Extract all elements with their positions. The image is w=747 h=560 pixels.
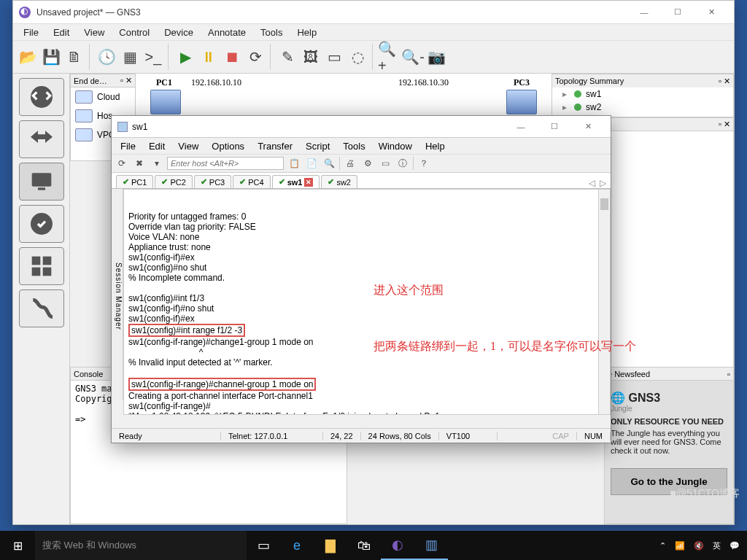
newsfeed-blurb: The Jungle has everything you will ever … <box>611 429 727 455</box>
zoom-in-button[interactable]: 🔍+ <box>378 44 401 69</box>
terminal-taskbar-icon[interactable]: ▥ <box>414 531 448 560</box>
tray-ime-icon[interactable]: 英 <box>713 540 721 551</box>
edge-icon[interactable]: e <box>280 531 314 560</box>
status-dot-icon <box>574 104 581 111</box>
tab-pc2[interactable]: ✔PC2 <box>155 175 192 188</box>
term-menu-window[interactable]: Window <box>373 139 418 153</box>
info-icon[interactable]: ⓘ <box>395 156 410 171</box>
pc3-node[interactable] <box>506 90 537 114</box>
tab-scroll-right[interactable]: ▷ <box>600 178 606 188</box>
pc1-node[interactable] <box>150 90 181 114</box>
topology-node-sw2[interactable]: sw2 <box>552 101 733 114</box>
taskbar-search[interactable]: 搜索 Web 和 Windows <box>35 531 247 560</box>
term-menu-help[interactable]: Help <box>419 139 451 153</box>
console-button[interactable]: >_ <box>142 44 165 69</box>
minimize-button[interactable]: — <box>627 1 661 24</box>
status-ready: Ready <box>112 432 221 440</box>
start-button[interactable]: ⊞ <box>0 531 35 560</box>
tab-close-icon[interactable]: ✕ <box>304 178 313 187</box>
term-menu-view[interactable]: View <box>172 139 204 153</box>
new-project-button[interactable]: 🗎 <box>63 44 86 69</box>
pause-button[interactable]: ⏸ <box>197 44 220 69</box>
tab-pc3[interactable]: ✔PC3 <box>194 175 231 188</box>
menu-device[interactable]: Device <box>158 26 199 39</box>
tab-sw1[interactable]: ✔sw1✕ <box>272 175 320 188</box>
menu-view[interactable]: View <box>78 26 110 39</box>
terminal-titlebar[interactable]: sw1 — ☐ ✕ <box>112 116 611 138</box>
help-icon[interactable]: ？ <box>417 156 431 171</box>
terminal-scrollbar[interactable] <box>598 190 610 414</box>
term-menu-options[interactable]: Options <box>206 139 250 153</box>
screenshot-button[interactable]: 📷 <box>425 44 448 69</box>
copy-icon[interactable]: 📋 <box>287 156 301 171</box>
system-tray[interactable]: ⌃ 📶 🔇 英 💬 <box>652 540 747 551</box>
menu-annotate[interactable]: Annotate <box>202 26 252 39</box>
dock-link[interactable] <box>19 289 64 327</box>
menu-tools[interactable]: Tools <box>255 26 288 39</box>
reload-button[interactable]: ⟳ <box>244 44 267 69</box>
dock-security[interactable] <box>19 205 64 243</box>
session-manager-tab[interactable]: Session Manager <box>112 189 123 400</box>
term-menu-file[interactable]: File <box>115 139 142 153</box>
disconnect-icon[interactable]: ✖ <box>132 156 147 171</box>
dock-switches[interactable] <box>19 120 64 158</box>
store-icon[interactable]: 🛍 <box>347 531 381 560</box>
tab-sw2[interactable]: ✔sw2 <box>321 175 357 188</box>
gns3-titlebar[interactable]: Unsaved project* — GNS3 — ☐ ✕ <box>13 1 734 24</box>
menu-help[interactable]: Help <box>291 26 322 39</box>
watermark: ■@51CTO博客 <box>670 487 740 500</box>
dock-end-devices[interactable] <box>19 163 64 201</box>
window-icon[interactable]: ▭ <box>378 156 392 171</box>
tab-scroll-left[interactable]: ◁ <box>589 178 595 188</box>
options-icon[interactable]: ▾ <box>150 156 164 171</box>
term-menu-script[interactable]: Script <box>300 139 336 153</box>
tray-notifications-icon[interactable]: 💬 <box>729 541 740 551</box>
menu-file[interactable]: File <box>18 26 44 39</box>
dock-all[interactable] <box>19 247 64 285</box>
menu-edit[interactable]: Edit <box>47 26 75 39</box>
paste-icon[interactable]: 📄 <box>304 156 319 171</box>
topology-node-sw1[interactable]: sw1 <box>552 88 733 101</box>
menu-control[interactable]: Control <box>113 26 155 39</box>
dock-routers[interactable] <box>19 78 64 116</box>
panel-controls[interactable]: ▫ <box>727 370 730 378</box>
grid-lock-button[interactable]: ▦ <box>118 44 142 69</box>
zoom-out-button[interactable]: 🔍- <box>401 44 425 69</box>
tab-pc1[interactable]: ✔PC1 <box>116 175 153 188</box>
panel-controls[interactable]: ▫ ✕ <box>719 120 730 129</box>
minimize-button[interactable]: — <box>504 115 538 139</box>
snapshot-button[interactable]: 🖼 <box>299 44 322 69</box>
annotation-2: 把两条链路绑到一起，1，可以是名字你可以写一个 <box>374 339 731 354</box>
play-button[interactable]: ▶ <box>174 44 197 69</box>
maximize-button[interactable]: ☐ <box>661 1 694 24</box>
panel-controls[interactable]: ▫ ✕ <box>120 76 132 85</box>
tab-pc4[interactable]: ✔PC4 <box>233 175 270 188</box>
task-view-icon[interactable]: ▭ <box>247 531 280 560</box>
print-icon[interactable]: 🖨 <box>343 156 357 171</box>
tray-network-icon[interactable]: 📶 <box>675 541 685 551</box>
term-menu-edit[interactable]: Edit <box>143 139 171 153</box>
close-button[interactable]: ✕ <box>694 1 728 24</box>
end-device-cloud[interactable]: Cloud <box>71 88 135 106</box>
term-menu-tools[interactable]: Tools <box>337 139 371 153</box>
tray-chevron-icon[interactable]: ⌃ <box>659 541 666 551</box>
panel-controls[interactable]: ▫ ✕ <box>719 77 730 86</box>
save-button[interactable]: 💾 <box>39 44 63 69</box>
settings-icon[interactable]: ⚙ <box>360 156 375 171</box>
explorer-icon[interactable]: ▇ <box>314 531 347 560</box>
marquee-button[interactable]: ◌ <box>346 44 369 69</box>
maximize-button[interactable]: ☐ <box>538 115 571 139</box>
open-folder-button[interactable]: 📂 <box>16 44 39 69</box>
terminal-output[interactable]: Priority for untagged frames: 0 Override… <box>123 189 611 415</box>
stop-button[interactable]: ⏹ <box>220 44 244 69</box>
term-menu-transfer[interactable]: Transfer <box>252 139 298 153</box>
edit-note-button[interactable]: ✎ <box>276 44 299 69</box>
close-button[interactable]: ✕ <box>571 115 605 139</box>
reconnect-icon[interactable]: ⟳ <box>115 156 129 171</box>
gns3-taskbar-icon[interactable]: ◐ <box>381 531 414 560</box>
select-button[interactable]: ▭ <box>322 44 346 69</box>
clock-button[interactable]: 🕓 <box>95 44 118 69</box>
tray-volume-icon[interactable]: 🔇 <box>694 541 704 551</box>
host-input[interactable] <box>167 157 284 170</box>
find-icon[interactable]: 🔍 <box>322 156 336 171</box>
